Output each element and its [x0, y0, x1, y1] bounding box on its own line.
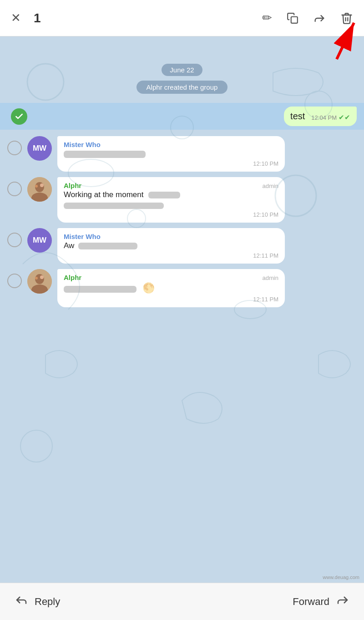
date-label: June 22 [162, 64, 202, 76]
message-bubble: Alphr admin 🌕 12:11 PM [57, 269, 285, 307]
forward-icon[interactable] [313, 12, 326, 25]
reply-label: Reply [35, 596, 60, 608]
message-row: MW Mister Who Aw 12:11 PM [0, 228, 364, 264]
top-bar: ✕ 1 ✏ [0, 0, 364, 36]
svg-rect-0 [291, 16, 298, 23]
outgoing-bubble: test 12:04 PM ✔✔ [284, 107, 357, 126]
svg-point-20 [40, 275, 44, 279]
svg-point-10 [20, 430, 52, 462]
message-sender: Mister Who [64, 233, 278, 240]
svg-point-19 [35, 277, 38, 280]
outgoing-time: 12:04 PM [311, 114, 337, 121]
message-content: Working at the moment [64, 190, 278, 199]
message-row: Alphr admin Working at the moment 12:10 … [0, 177, 364, 223]
message-sub-content [64, 201, 278, 209]
message-content: Aw [64, 241, 278, 250]
top-bar-right: ✏ [262, 11, 353, 25]
admin-badge: admin [263, 274, 278, 281]
copy-icon[interactable] [287, 12, 298, 24]
watermark: www.deuag.com [323, 574, 359, 580]
top-bar-left: ✕ 1 [11, 11, 41, 25]
system-message: Alphr created the group [0, 81, 364, 94]
message-time: 12:10 PM [253, 211, 278, 218]
reply-icon [15, 593, 28, 610]
double-check-icon: ✔✔ [339, 113, 350, 122]
message-time: 12:11 PM [253, 296, 278, 303]
message-select-circle[interactable] [7, 233, 22, 247]
avatar: MW [27, 228, 52, 253]
message-content: 🌕 [64, 282, 278, 294]
avatar-initials: MW [33, 144, 46, 153]
message-footer: 12:11 PM [64, 252, 278, 259]
forward-button[interactable]: Forward [293, 593, 349, 610]
message-time: 12:11 PM [253, 252, 278, 259]
delete-icon[interactable] [340, 12, 353, 25]
system-message-text: Alphr created the group [136, 81, 228, 94]
close-icon[interactable]: ✕ [11, 11, 21, 25]
message-sender: Alphr [64, 274, 81, 281]
selection-checkmark [11, 108, 27, 125]
chat-area: June 22 Alphr created the group test 12:… [0, 36, 364, 583]
message-row: Alphr admin 🌕 12:11 PM [0, 269, 364, 307]
message-bubble: Alphr admin Working at the moment 12:10 … [57, 177, 285, 223]
message-footer: 12:11 PM [64, 296, 278, 303]
message-footer: 12:10 PM [64, 160, 278, 167]
message-footer: 12:10 PM [64, 211, 278, 218]
message-bubble: Mister Who Aw 12:11 PM [57, 228, 285, 264]
outgoing-message-text: test [290, 111, 305, 122]
outgoing-meta: 12:04 PM ✔✔ [311, 113, 350, 122]
admin-badge: admin [263, 183, 278, 189]
message-content [64, 149, 278, 158]
bottom-bar: Reply Forward [0, 583, 364, 620]
avatar: MW [27, 136, 52, 161]
message-select-circle[interactable] [7, 141, 22, 155]
date-separator: June 22 [0, 64, 364, 76]
svg-point-14 [35, 185, 38, 188]
message-select-circle[interactable] [7, 274, 22, 288]
svg-point-15 [40, 183, 44, 187]
avatar [27, 269, 52, 294]
avatar-photo [27, 269, 52, 294]
selection-count: 1 [34, 11, 41, 25]
message-time: 12:10 PM [253, 160, 278, 167]
edit-icon[interactable]: ✏ [262, 11, 272, 25]
selected-message-row: test 12:04 PM ✔✔ [0, 103, 364, 130]
forward-icon [336, 593, 349, 610]
avatar-initials: MW [33, 236, 46, 245]
message-select-circle[interactable] [7, 182, 22, 196]
message-sender: Alphr [64, 182, 81, 189]
message-sender: Mister Who [64, 141, 278, 148]
avatar [27, 177, 52, 202]
avatar-photo [27, 177, 52, 202]
message-bubble: Mister Who 12:10 PM [57, 136, 285, 172]
message-row: MW Mister Who 12:10 PM [0, 136, 364, 172]
forward-label: Forward [293, 596, 329, 608]
reply-button[interactable]: Reply [15, 593, 60, 610]
